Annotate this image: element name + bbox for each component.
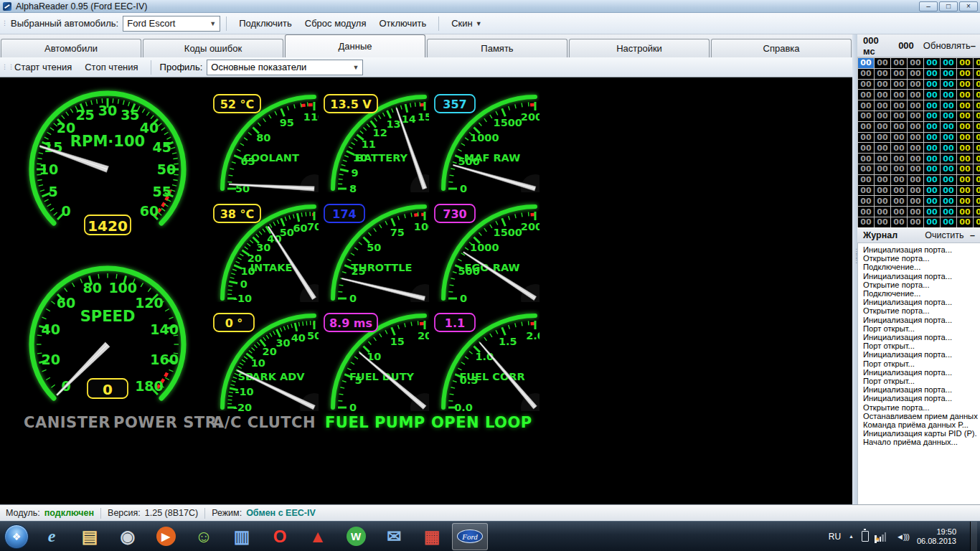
tab-Память[interactable]: Память (427, 39, 567, 57)
hex-cell[interactable]: 00 (858, 80, 875, 90)
connect-button[interactable]: Подключить (232, 15, 298, 32)
hex-cell[interactable]: 00 (875, 58, 891, 69)
hex-cell[interactable]: 00 (858, 111, 875, 122)
taskbar-icon-ford[interactable]: Ford (452, 523, 488, 550)
hex-cell[interactable]: 00 (924, 154, 941, 164)
car-select[interactable]: Ford Escort ▼ (123, 16, 220, 32)
hex-cell[interactable]: 00 (957, 154, 974, 164)
hex-cell[interactable]: 00 (875, 80, 891, 90)
hex-cell[interactable]: 00 (941, 143, 957, 154)
start-button[interactable]: ❖ (4, 524, 29, 549)
hex-cell[interactable]: 00 (875, 90, 891, 100)
tab-Настройки[interactable]: Настройки (569, 39, 710, 57)
hex-cell[interactable]: 00 (891, 80, 908, 90)
hex-cell[interactable]: 00 (941, 207, 957, 217)
show-desktop-button[interactable] (970, 522, 977, 551)
hex-cell[interactable]: 00 (957, 69, 974, 80)
tab-Автомобили[interactable]: Автомобили (1, 39, 141, 57)
hex-cell[interactable]: 00 (974, 207, 980, 217)
hex-cell[interactable]: 00 (858, 143, 875, 154)
hex-cell[interactable]: 00 (957, 143, 974, 154)
minimize-button[interactable]: – (919, 1, 938, 11)
taskbar-icon-toolbox[interactable]: ▦ (414, 523, 450, 550)
hex-cell[interactable]: 00 (924, 186, 941, 197)
hex-cell[interactable]: 00 (957, 80, 974, 90)
hex-cell[interactable]: 00 (974, 143, 980, 154)
hex-cell[interactable]: 00 (924, 122, 941, 133)
hex-cell[interactable]: 00 (875, 100, 891, 111)
start-reading-button[interactable]: Старт чтения (8, 59, 78, 76)
hex-cell[interactable]: 00 (891, 196, 908, 207)
clear-log-button[interactable]: Очистить (925, 230, 963, 240)
volume-icon[interactable]: ◄))) (896, 532, 909, 541)
hex-cell[interactable]: 00 (957, 207, 974, 217)
hex-cell[interactable]: 00 (891, 122, 908, 133)
hex-cell[interactable]: 00 (908, 58, 924, 69)
hex-cell[interactable]: 00 (875, 164, 891, 175)
language-indicator[interactable]: RU (829, 532, 841, 542)
network-icon[interactable]: ✶ (877, 531, 888, 542)
hex-cell[interactable]: 00 (891, 90, 908, 100)
hex-cell[interactable]: 00 (941, 133, 957, 143)
hex-cell[interactable]: 00 (974, 186, 980, 197)
taskbar-icon-webmoney[interactable]: W (338, 523, 374, 550)
hex-cell[interactable]: 00 (974, 122, 980, 133)
hex-cell[interactable]: 00 (891, 164, 908, 175)
tab-Коды ошибок[interactable]: Коды ошибок (143, 39, 283, 57)
hex-cell[interactable]: 00 (924, 80, 941, 90)
hex-cell[interactable]: 00 (941, 58, 957, 69)
hex-cell[interactable]: 00 (974, 217, 980, 227)
hex-cell[interactable]: 00 (974, 154, 980, 164)
hex-cell[interactable]: 00 (891, 143, 908, 154)
hex-cell[interactable]: 00 (908, 164, 924, 175)
hex-cell[interactable]: 00 (924, 58, 941, 69)
hex-cell[interactable]: 00 (908, 175, 924, 186)
hex-cell[interactable]: 00 (891, 133, 908, 143)
log-collapse-button[interactable]: – (970, 230, 975, 240)
hex-cell[interactable]: 00 (941, 69, 957, 80)
hex-cell[interactable]: 00 (875, 196, 891, 207)
hex-cell[interactable]: 00 (924, 175, 941, 186)
hex-cell[interactable]: 00 (891, 154, 908, 164)
hex-cell[interactable]: 00 (941, 100, 957, 111)
hex-cell[interactable]: 00 (924, 196, 941, 207)
hex-cell[interactable]: 00 (941, 111, 957, 122)
taskbar-icon-library[interactable]: ▥ (224, 523, 260, 550)
hex-cell[interactable]: 00 (908, 100, 924, 111)
hex-cell[interactable]: 00 (974, 69, 980, 80)
hex-cell[interactable]: 00 (858, 69, 875, 80)
hex-cell[interactable]: 00 (924, 164, 941, 175)
hex-cell[interactable]: 00 (941, 90, 957, 100)
hex-cell[interactable]: 00 (891, 58, 908, 69)
hex-cell[interactable]: 00 (858, 100, 875, 111)
hex-cell[interactable]: 00 (858, 217, 875, 227)
skin-menu-button[interactable]: Скин ▼ (445, 15, 488, 32)
hex-cell[interactable]: 00 (875, 111, 891, 122)
hex-cell[interactable]: 00 (908, 217, 924, 227)
clock[interactable]: 19:50 06.08.2013 (917, 527, 956, 546)
hex-cell[interactable]: 00 (924, 207, 941, 217)
hex-cell[interactable]: 00 (957, 100, 974, 111)
taskbar-icon-explorer[interactable]: ▤ (72, 523, 108, 550)
taskbar-icon-ie[interactable]: e (34, 523, 70, 550)
hex-cell[interactable]: 00 (858, 207, 875, 217)
hex-cell[interactable]: 00 (974, 164, 980, 175)
hex-cell[interactable]: 00 (875, 207, 891, 217)
hex-cell[interactable]: 00 (891, 175, 908, 186)
hex-cell[interactable]: 00 (974, 111, 980, 122)
hex-cell[interactable]: 00 (957, 122, 974, 133)
tray-expand-icon[interactable]: ▲ (849, 534, 854, 539)
hex-cell[interactable]: 00 (858, 90, 875, 100)
tab-Справка[interactable]: Справка (711, 39, 852, 57)
hex-cell[interactable]: 00 (924, 143, 941, 154)
hex-cell[interactable]: 00 (941, 154, 957, 164)
hex-cell[interactable]: 00 (875, 217, 891, 227)
hex-cell[interactable]: 00 (908, 111, 924, 122)
hex-cell[interactable]: 00 (974, 133, 980, 143)
tab-Данные[interactable]: Данные (285, 34, 425, 57)
hex-cell[interactable]: 00 (957, 111, 974, 122)
hex-cell[interactable]: 00 (941, 164, 957, 175)
hex-cell[interactable]: 00 (941, 196, 957, 207)
stop-reading-button[interactable]: Стоп чтения (78, 59, 144, 76)
hex-cell[interactable]: 00 (924, 100, 941, 111)
